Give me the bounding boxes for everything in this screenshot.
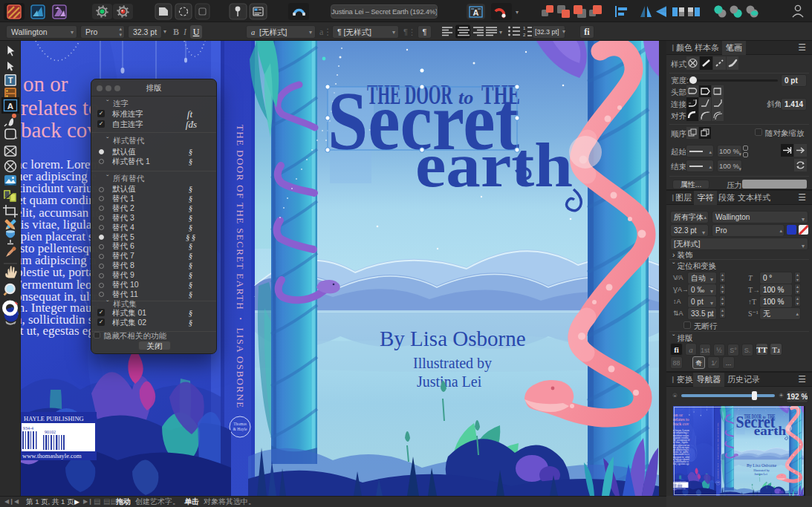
svg-text:www.thomashayle.com: www.thomashayle.com: [22, 452, 82, 459]
svg-text:T: T: [8, 76, 13, 85]
svg-text:THE DOOR OF THE SECRET EARTH ・: THE DOOR OF THE SECRET EARTH ・ LISA OSBO…: [235, 125, 246, 409]
svg-text:Justina Lei: Justina Lei: [417, 373, 482, 390]
svg-text:2: 2: [523, 33, 526, 37]
svg-text:relates to: relates to: [21, 96, 99, 120]
svg-text:Thomas: Thomas: [233, 422, 247, 426]
svg-text:934-4: 934-4: [23, 426, 33, 431]
svg-text:▾: ▾: [499, 29, 502, 36]
svg-text:earth: earth: [415, 130, 573, 200]
svg-text:90102: 90102: [45, 430, 56, 434]
svg-text:A: A: [7, 102, 13, 111]
svg-text:Illustrated by: Illustrated by: [413, 355, 492, 372]
svg-text:HAYLE PUBLISHING: HAYLE PUBLISHING: [24, 415, 84, 422]
svg-text:1: 1: [523, 26, 526, 30]
svg-text:& Hayle: & Hayle: [233, 427, 247, 431]
svg-text:it ut, egestas ege: it ut, egestas ege: [21, 324, 100, 338]
svg-text:back cov: back cov: [21, 118, 98, 142]
svg-text:on or: on or: [23, 72, 68, 96]
svg-text:By Lisa Osborne: By Lisa Osborne: [380, 327, 526, 350]
svg-text:▾: ▾: [516, 9, 519, 16]
